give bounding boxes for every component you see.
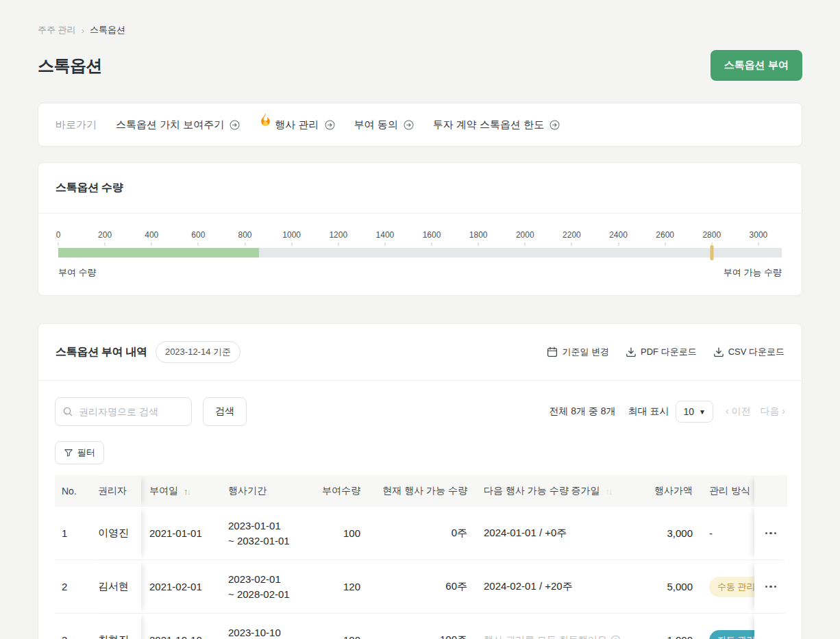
holder-search-input[interactable] — [55, 397, 192, 426]
granted-quantity-fill — [58, 248, 259, 258]
column-label: 관리 방식 — [709, 485, 750, 497]
row-more-menu-button[interactable] — [763, 580, 780, 594]
breadcrumb-parent[interactable]: 주주 관리 — [38, 24, 76, 36]
cell-exercisable-quantity: 0주 — [369, 507, 475, 560]
row-more-menu-button[interactable] — [763, 527, 780, 540]
column-header-exercisable: 현재 행사 가능 수량 — [369, 475, 475, 507]
tick-mark — [758, 242, 758, 246]
arrow-right-circle-icon — [230, 120, 240, 130]
quick-link-0[interactable]: 스톡옵션 가치 보여주기 — [116, 118, 240, 131]
breadcrumb-current: 스톡옵션 — [90, 24, 125, 36]
column-label: 권리자 — [98, 485, 127, 497]
row-more-menu-button[interactable] — [763, 634, 780, 639]
tick-label-1600: 1600 — [423, 230, 441, 240]
card-action-links: 기준일 변경PDF 다운로드CSV 다운로드 — [547, 346, 785, 358]
title-row: 스톡옵션 스톡옵션 부여 — [38, 50, 802, 81]
filter-button[interactable]: 필터 — [55, 441, 104, 464]
page-size-label: 최대 표시 — [628, 405, 669, 418]
fully-vested-note: 행사 권리를 모두 취득했어요 — [484, 634, 607, 639]
column-header-next_increase[interactable]: 다음 행사 가능 수량 증가일↑↓ — [475, 475, 641, 507]
tick-label-2400: 2400 — [609, 230, 628, 240]
help-circle-icon[interactable]: ? — [610, 635, 621, 639]
tick-mark — [665, 242, 665, 246]
chevron-down-icon: ▼ — [699, 408, 706, 416]
table-row: 1이영진2021-01-012023-01-01~ 2032-01-011000… — [55, 507, 785, 560]
card-action-1[interactable]: PDF 다운로드 — [626, 346, 697, 358]
stock-option-page: 주주 관리 › 스톡옵션 스톡옵션 스톡옵션 부여 바로가기 스톡옵션 가치 보… — [0, 0, 840, 639]
quick-link-2[interactable]: 부여 동의 — [354, 118, 414, 131]
cell-no: 1 — [55, 507, 90, 560]
arrow-right-circle-icon — [404, 120, 414, 130]
cell-holder: 김서현 — [90, 560, 141, 613]
column-label: 행사기간 — [228, 485, 267, 497]
search-icon — [62, 406, 73, 420]
table-header-row: No.권리자부여일↑↓행사기간부여수량현재 행사 가능 수량다음 행사 가능 수… — [55, 475, 785, 507]
sort-arrows-icon[interactable]: ↑↓ — [184, 486, 190, 497]
breadcrumb: 주주 관리 › 스톡옵션 — [38, 0, 802, 36]
column-label: 행사가액 — [654, 485, 693, 497]
page-size-select[interactable]: 10 ▼ — [676, 401, 713, 423]
tick-label-1000: 1000 — [282, 230, 301, 240]
holder-name: 김서현 — [98, 580, 129, 593]
column-header-granted: 부여수량 — [312, 475, 369, 507]
tick-label-2800: 2800 — [702, 230, 721, 240]
tick-mark — [198, 242, 199, 246]
holder-name: 이영진 — [98, 527, 129, 540]
search-button[interactable]: 검색 — [203, 397, 247, 426]
cell-exercise-period: 2023-02-01~ 2028-02-01 — [220, 560, 312, 613]
tick-label-2200: 2200 — [563, 230, 581, 240]
next-page-button[interactable]: 다음 › — [760, 405, 785, 418]
cell-next-increase-date: 행사 권리를 모두 취득했어요? — [475, 614, 641, 639]
quick-link-3[interactable]: 투자 계약 스톡옵션 한도 — [433, 118, 560, 131]
tick-label-400: 400 — [145, 230, 158, 240]
holder-name: 최현진 — [98, 634, 129, 639]
tick-mark — [58, 242, 59, 246]
sort-arrows-icon[interactable]: ↑↓ — [606, 486, 612, 497]
prev-page-button[interactable]: ‹ 이전 — [726, 405, 751, 418]
quick-links-list: 스톡옵션 가치 보여주기행사 관리부여 동의투자 계약 스톡옵션 한도 — [116, 118, 560, 132]
pagination: ‹ 이전 다음 › — [726, 405, 785, 418]
funnel-icon — [64, 448, 73, 458]
table-row: 2김서현2021-02-012023-02-01~ 2028-02-011206… — [55, 560, 785, 614]
tick-mark — [478, 242, 479, 246]
grant-history-table: No.권리자부여일↑↓행사기간부여수량현재 행사 가능 수량다음 행사 가능 수… — [55, 475, 785, 639]
tick-label-800: 800 — [238, 230, 252, 240]
column-label: 다음 행사 가능 수량 증가일 — [484, 485, 600, 497]
column-header-grant_date[interactable]: 부여일↑↓ — [141, 475, 220, 507]
tick-label-2000: 2000 — [516, 230, 534, 240]
cell-next-increase-date: 2024-02-01 / +20주 — [475, 560, 641, 613]
available-quantity-label: 부여 가능 수량 — [724, 266, 782, 279]
cell-exercisable-quantity: 100주 — [369, 614, 475, 639]
column-header-management: 관리 방식 — [701, 475, 754, 507]
cell-exercise-price: 3,000 — [641, 507, 701, 560]
gauge-tick-marks — [58, 242, 782, 247]
column-header-no: No. — [55, 475, 90, 507]
quick-link-1[interactable]: 행사 관리 — [259, 118, 334, 132]
tick-label-1800: 1800 — [469, 230, 488, 240]
tick-mark — [151, 242, 152, 246]
cell-no: 2 — [55, 560, 90, 613]
tick-mark — [384, 242, 385, 246]
calendar-icon — [547, 347, 558, 358]
column-label: 부여일 — [149, 485, 178, 497]
column-label: 부여수량 — [322, 485, 360, 497]
stock-option-quantity-card: 스톡옵션 수량 02004006008001000120014001600180… — [38, 162, 802, 296]
cell-grant-date: 2021-10-10 — [141, 614, 220, 639]
granted-quantity-label: 부여 수량 — [58, 266, 97, 279]
card-action-label: CSV 다운로드 — [728, 346, 785, 358]
tick-mark — [571, 242, 572, 246]
card-action-2[interactable]: CSV 다운로드 — [713, 346, 785, 358]
management-type-badge: 자동 관리 — [709, 630, 754, 639]
cell-management-type: 수동 관리 — [701, 560, 754, 613]
cell-exercise-period: 2023-01-01~ 2032-01-01 — [220, 507, 312, 560]
card-action-0[interactable]: 기준일 변경 — [547, 346, 609, 358]
gauge-bar — [58, 248, 782, 258]
available-quantity-marker — [710, 245, 713, 260]
cell-exercise-price: 5,000 — [641, 560, 701, 613]
cell-exercise-period: 2023-10-10~ 2030-10-10 — [220, 614, 312, 639]
quick-links-card: 바로가기 스톡옵션 가치 보여주기행사 관리부여 동의투자 계약 스톡옵션 한도 — [38, 103, 802, 147]
cell-row-actions — [754, 560, 787, 613]
grant-stock-option-button[interactable]: 스톡옵션 부여 — [711, 50, 802, 81]
tick-mark — [245, 242, 245, 246]
arrow-right-circle-icon — [549, 120, 560, 130]
